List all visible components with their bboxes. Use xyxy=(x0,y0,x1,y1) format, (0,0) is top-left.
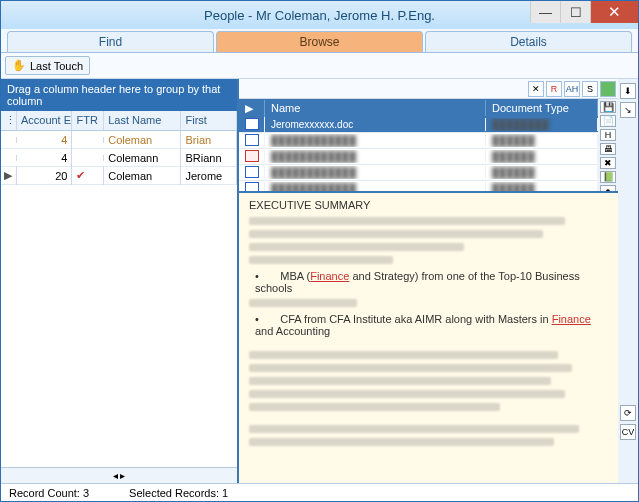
save-icon[interactable]: 💾 xyxy=(600,101,616,113)
table-row[interactable]: ▶ 20 ✔ Coleman Jerome xyxy=(1,167,237,185)
group-by-bar[interactable]: Drag a column header here to group by th… xyxy=(1,79,237,111)
col-indicator[interactable]: ⋮ xyxy=(1,111,17,130)
blurred-text xyxy=(249,256,393,264)
word-icon xyxy=(245,182,259,192)
col-doc-type[interactable]: Document Type xyxy=(486,100,598,116)
tab-find[interactable]: Find xyxy=(7,31,214,52)
minimize-button[interactable]: — xyxy=(530,1,560,23)
status-bar: Record Count: 3 Selected Records: 1 xyxy=(1,483,638,501)
right-rail: ⬇ ↘ ⟳ CV xyxy=(618,79,638,483)
doc-row[interactable]: ████████████ ██████ xyxy=(239,133,598,149)
doc-icon[interactable]: 📄 xyxy=(600,115,616,127)
word-icon xyxy=(245,118,259,130)
grid-footer: ◂ ▸ xyxy=(1,467,237,483)
blurred-text xyxy=(249,377,551,385)
doc-side-toolbar: 💾 📄 H 🖶 ✖ 📗 ● 🔍 📋 xyxy=(598,99,618,191)
r-button[interactable]: R xyxy=(546,81,562,97)
blurred-text xyxy=(249,230,543,238)
selected-records: Selected Records: 1 xyxy=(129,487,228,499)
grid-header: ⋮ Account E FTR Last Name First xyxy=(1,111,237,131)
cv-button[interactable]: CV xyxy=(620,424,636,440)
last-touch-label: Last Touch xyxy=(30,60,83,72)
doc-row[interactable]: ████████████ ██████ xyxy=(239,149,598,165)
refresh-icon[interactable]: ⟳ xyxy=(620,405,636,421)
col-row-handle[interactable]: ▶ xyxy=(239,100,265,117)
h-icon[interactable]: H xyxy=(600,129,616,141)
doc-grid-wrap: ▶ Name Document Type Jeromexxxxxx.doc ██… xyxy=(239,99,618,191)
green-button[interactable] xyxy=(600,81,616,97)
arrow-down-icon[interactable]: ⬇ xyxy=(620,83,636,99)
pdf-icon xyxy=(245,150,259,162)
finance-link[interactable]: Finance xyxy=(552,313,591,325)
excel-icon[interactable]: 📗 xyxy=(600,171,616,183)
people-grid-pane: Drag a column header here to group by th… xyxy=(1,79,239,483)
toolbar: ✋ Last Touch xyxy=(1,53,638,79)
content-area: Drag a column header here to group by th… xyxy=(1,79,638,483)
table-row[interactable]: 4 Colemann BRiann xyxy=(1,149,237,167)
finance-link[interactable]: Finance xyxy=(310,270,349,282)
close-button[interactable]: ✕ xyxy=(590,1,638,23)
arrow-diag-icon[interactable]: ↘ xyxy=(620,102,636,118)
maximize-button[interactable]: ☐ xyxy=(560,1,590,23)
tab-details[interactable]: Details xyxy=(425,31,632,52)
blurred-text xyxy=(249,438,554,446)
app-window: People - Mr Coleman, Jerome H. P.Eng. — … xyxy=(0,0,639,502)
blurred-text xyxy=(249,425,579,433)
s-button[interactable]: S xyxy=(582,81,598,97)
document-preview[interactable]: EXECUTIVE SUMMARY • MBA (Finance and Str… xyxy=(239,191,618,483)
blurred-text xyxy=(249,364,572,372)
col-first[interactable]: First xyxy=(181,111,237,130)
doc-row[interactable]: Jeromexxxxxx.doc ████████ xyxy=(239,117,598,133)
ah-button[interactable]: AH xyxy=(564,81,580,97)
word-icon xyxy=(245,166,259,178)
doc-row[interactable]: ████████████ ██████ xyxy=(239,181,598,191)
delete-icon[interactable]: ✕ xyxy=(528,81,544,97)
blurred-text xyxy=(249,351,558,359)
record-count: Record Count: 3 xyxy=(9,487,89,499)
x-icon[interactable]: ✖ xyxy=(600,157,616,169)
main-tabs: Find Browse Details xyxy=(1,29,638,53)
documents-pane: ✕ R AH S ▶ Name Document Type Jeromexxxx… xyxy=(239,79,618,483)
table-row[interactable]: 4 Coleman Brian xyxy=(1,131,237,149)
word-icon xyxy=(245,134,259,146)
col-name[interactable]: Name xyxy=(265,100,486,116)
doc-row[interactable]: ████████████ ██████ xyxy=(239,165,598,181)
col-ftr[interactable]: FTR xyxy=(72,111,104,130)
col-last-name[interactable]: Last Name xyxy=(104,111,181,130)
last-touch-button[interactable]: ✋ Last Touch xyxy=(5,56,90,75)
title-bar: People - Mr Coleman, Jerome H. P.Eng. — … xyxy=(1,1,638,29)
tab-browse[interactable]: Browse xyxy=(216,31,423,52)
doc-toolbar: ✕ R AH S xyxy=(239,79,618,99)
col-account-e[interactable]: Account E xyxy=(17,111,73,130)
doc-grid-header: ▶ Name Document Type xyxy=(239,99,598,117)
bullet-item: • CFA from CFA Institute aka AIMR along … xyxy=(255,313,608,337)
doc-grid: ▶ Name Document Type Jeromexxxxxx.doc ██… xyxy=(239,99,598,191)
section-title: EXECUTIVE SUMMARY xyxy=(249,199,608,211)
hand-icon: ✋ xyxy=(12,59,26,72)
blurred-text xyxy=(249,403,500,411)
blurred-text xyxy=(249,217,565,225)
grid-body[interactable]: 4 Coleman Brian 4 Colemann BRiann ▶ 20 ✔ xyxy=(1,131,237,467)
bullet-item: • MBA (Finance and Strategy) from one of… xyxy=(255,270,608,294)
print-icon[interactable]: 🖶 xyxy=(600,143,616,155)
blurred-text xyxy=(249,390,565,398)
blurred-text xyxy=(249,299,357,307)
blurred-text xyxy=(249,243,464,251)
